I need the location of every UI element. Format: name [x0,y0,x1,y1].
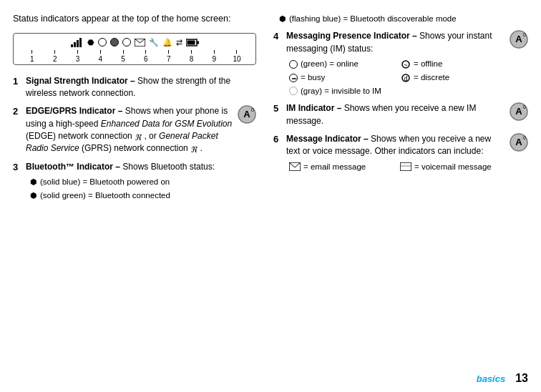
section-3-body: Shows Bluetooth status: [122,162,215,172]
bar-num-2: 2 [49,55,61,63]
busy-label: = busy [301,72,325,84]
section-3-subitem-2-text: (solid green) = Bluetooth connected [40,190,170,201]
voicemail-label: = voicemail message [414,161,492,173]
svg-text:0: 0 [523,32,526,37]
svg-rect-3 [79,38,82,47]
section-6-title: Message Indicator – [286,134,369,144]
bluetooth-icon: ⬣ [87,38,94,47]
section-5-badge: A 0 [510,102,528,121]
envelope-icon [135,39,145,46]
svg-text:A: A [243,109,250,119]
svg-text:0: 0 [523,135,526,140]
bar-num-10: 10 [231,55,243,63]
svg-text:0: 0 [523,104,526,109]
voicemail-icon [400,162,411,171]
arrow-icon: ⇄ [176,38,182,47]
status-discrete: d = discrete [401,72,507,84]
status-bar-icons: ⬣ 🔧 🔔 ⇄ [19,38,250,47]
right-column: ⬢ (flashing blue) = Bluetooth discoverab… [273,13,528,379]
status-invisible: (gray) = invisible to IM [289,85,507,97]
section-2-title: EDGE/GPRS Indicator – [26,106,122,116]
svg-text:d: d [404,75,407,82]
svg-rect-7 [187,40,195,44]
section-1: 1 Signal Strength Indicator – Show the s… [13,75,256,100]
section-2-badge-wrap: A 0 [238,105,256,127]
bar-num-1: 1 [26,55,38,63]
bar-num-7: 7 [163,55,175,63]
email-icon [289,162,301,171]
section-2: 2 EDGE/GPRS Indicator – Shows when your … [13,105,256,155]
invisible-icon [289,87,298,95]
busy-svg [290,74,298,83]
email-message-item: = email message [289,161,396,173]
svg-text:ℜ: ℜ [135,133,142,141]
tick [31,50,32,54]
section-3-subitem-1-text: (solid blue) = Bluetooth powered on [40,176,170,187]
tick [123,50,124,54]
bt-solid-blue-icon: ⬢ [30,177,37,187]
section-1-content: Signal Strength Indicator – Show the str… [26,75,256,100]
gprs-icon: ℜ [190,144,198,153]
busy-icon [289,74,298,82]
offline-label: = offline [414,58,442,70]
tick-row [19,50,250,54]
tick [100,50,101,54]
status-busy: = busy [289,72,395,84]
footer-page-number: 13 [515,372,528,385]
section-3-cont: ⬢ (flashing blue) = Bluetooth discoverab… [279,13,528,24]
section-2-content: EDGE/GPRS Indicator – Shows when your ph… [26,105,256,155]
online-icon [289,60,298,69]
bar-num-3: 3 [72,55,83,63]
section-3-subitem-3: ⬢ (flashing blue) = Bluetooth discoverab… [279,13,528,24]
edge-icon: ℜ [135,132,142,141]
section-3-subitem-1: ⬢ (solid blue) = Bluetooth powered on [30,176,256,187]
section-4-badge-wrap: A 0 [510,30,528,52]
section-3-subitems: ⬢ (solid blue) = Bluetooth powered on ⬢ … [30,176,256,201]
discrete-icon: d [401,74,411,82]
section-3-subitem-3-text: (flashing blue) = Bluetooth discoverable… [289,13,457,24]
status-online: (green) = online [289,58,395,70]
section-2-badge: A 0 [238,105,256,124]
status-offline: ~ = offline [401,58,507,70]
section-3: 3 Bluetooth™ Indicator – Shows Bluetooth… [13,161,256,201]
tool-icon: 🔧 [149,38,159,47]
svg-rect-25 [400,162,411,171]
svg-text:A: A [515,106,522,117]
discrete-svg: d [401,74,411,82]
section-4: 4 Messaging Presence Indicator – Shows y… [273,30,528,97]
tick [236,50,237,54]
section-2-number: 2 [13,106,21,117]
status-bar-diagram: ⬣ 🔧 🔔 ⇄ [13,33,256,65]
section-4-content: Messaging Presence Indicator – Shows you… [286,30,528,97]
footer-basics-label: basics [477,373,505,384]
email-label: = email message [303,161,366,173]
tick [145,50,146,54]
tick [77,50,78,54]
status-icon-5 [122,38,131,46]
section-2-body3: . [200,143,202,153]
svg-text:ℜ: ℜ [190,145,198,153]
section-3-number: 3 [13,162,21,172]
status-icon-3 [98,38,107,46]
section-4-badge: A 0 [510,30,528,49]
section-4-number: 4 [273,31,282,41]
discrete-label: = discrete [414,72,449,84]
section-6: 6 Message Indicator – Shows when you rec… [273,133,528,172]
section-5-number: 5 [273,103,282,114]
section-6-badge: A 0 [510,133,528,152]
section-6-badge-wrap: A 0 [510,133,528,155]
svg-rect-2 [77,40,79,47]
online-label: (green) = online [301,58,359,70]
voicemail-message-item: = voicemail message [400,161,507,173]
bell-icon: 🔔 [162,38,172,47]
section-5-content: IM Indicator – Shows when you receive a … [286,102,528,127]
svg-text:~: ~ [404,62,407,69]
section-1-title: Signal Strength Indicator – [26,76,135,86]
section-5-badge-wrap: A 0 [510,102,528,124]
section-3-title: Bluetooth™ Indicator – [26,162,120,172]
tick [214,50,215,54]
status-icon-4 [110,38,119,46]
section-6-content: Message Indicator – Shows when you recei… [286,133,528,172]
section-5: 5 IM Indicator – Shows when you receive … [273,102,528,127]
svg-text:A: A [515,34,522,44]
